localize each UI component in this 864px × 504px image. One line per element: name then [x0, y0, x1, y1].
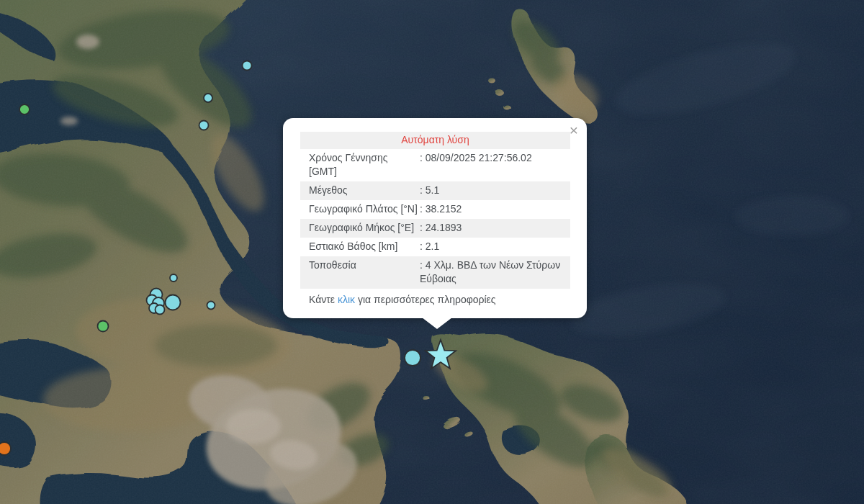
row-value: : 2.1 [418, 240, 570, 253]
row-value: : 4 Χλμ. ΒΒΔ των Νέων Στύρων Εύβοιας [418, 258, 570, 286]
earthquake-marker[interactable] [243, 61, 252, 71]
close-icon[interactable]: × [570, 122, 578, 138]
row-label: Μέγεθος [309, 184, 418, 197]
row-value: : 38.2152 [418, 202, 570, 216]
popup-tail [422, 318, 452, 329]
row-label: Τοποθεσία [309, 258, 418, 286]
row-label: Γεωγραφικό Μήκος [°E] [309, 221, 418, 235]
earthquake-marker[interactable] [204, 94, 212, 102]
earthquake-marker[interactable] [405, 350, 420, 366]
row-value: : 08/09/2025 21:27:56.02 [418, 151, 570, 179]
row-value: : 24.1893 [418, 221, 570, 235]
more-info-link[interactable]: κλικ [338, 294, 355, 305]
earthquake-marker[interactable] [170, 274, 177, 282]
popup-row-5: Τοποθεσία: 4 Χλμ. ΒΒΔ των Νέων Στύρων Εύ… [300, 256, 570, 289]
popup-row-0: Χρόνος Γέννησης [GMT]: 08/09/2025 21:27:… [300, 149, 570, 181]
earthquake-marker[interactable] [166, 295, 181, 310]
earthquake-marker[interactable] [207, 302, 215, 310]
earthquake-marker[interactable] [0, 442, 11, 455]
earthquake-marker[interactable] [199, 121, 209, 130]
popup-footer: Κάντε κλικ για περισσότερες πληροφορίες [300, 289, 570, 308]
footer-text-prefix: Κάντε [309, 294, 338, 305]
popup-row-3: Γεωγραφικό Μήκος [°E]: 24.1893 [300, 219, 570, 238]
earthquake-popup: × Αυτόματη λύση Χρόνος Γέννησης [GMT]: 0… [283, 118, 587, 318]
popup-row-1: Μέγεθος: 5.1 [300, 181, 570, 200]
row-label: Εστιακό Βάθος [km] [309, 240, 418, 253]
earthquake-marker[interactable] [19, 104, 30, 114]
map-viewport: × Αυτόματη λύση Χρόνος Γέννησης [GMT]: 0… [0, 0, 864, 504]
popup-row-4: Εστιακό Βάθος [km]: 2.1 [300, 238, 570, 256]
row-value: : 5.1 [418, 184, 570, 197]
earthquake-marker[interactable] [98, 321, 109, 332]
footer-text-suffix: για περισσότερες πληροφορίες [355, 294, 496, 305]
popup-title: Αυτόματη λύση [300, 132, 570, 149]
earthquake-marker[interactable] [156, 305, 165, 315]
popup-row-2: Γεωγραφικό Πλάτος [°N]: 38.2152 [300, 200, 570, 219]
popup-rows: Χρόνος Γέννησης [GMT]: 08/09/2025 21:27:… [300, 149, 570, 289]
row-label: Χρόνος Γέννησης [GMT] [309, 151, 418, 179]
row-label: Γεωγραφικό Πλάτος [°N] [309, 202, 418, 216]
